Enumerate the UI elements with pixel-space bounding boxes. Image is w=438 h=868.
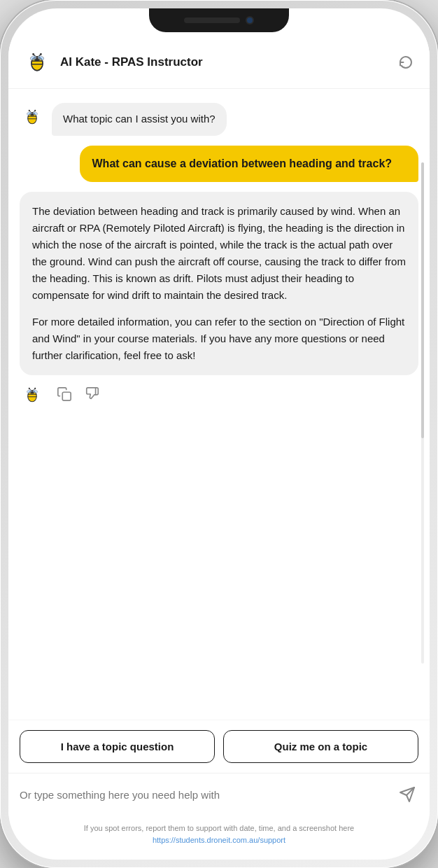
chat-title: AI Kate - RPAS Instructor [60,55,388,69]
topic-question-button[interactable]: I have a topic question [20,730,215,763]
bee-logo-icon [24,50,50,75]
input-area [8,773,430,816]
bot-avatar-1 [20,104,45,130]
svg-point-30 [34,387,36,388]
svg-point-19 [29,110,30,111]
bot-response-bubble: The deviation between heading and track … [20,192,418,375]
footer-note: If you spot errors, report them to suppo… [8,816,430,860]
svg-point-10 [40,53,42,55]
chat-header: AI Kate - RPAS Instructor [8,36,430,89]
svg-point-29 [29,387,30,388]
user-bubble-1: What can cause a deviation between headi… [80,146,419,182]
feedback-icons [52,382,102,407]
bot-avatar-2 [20,382,45,407]
footer-link[interactable]: https://students.droneit.com.au/support [153,836,285,844]
bot-message-2: The deviation between heading and track … [20,192,418,375]
phone-frame: AI Kate - RPAS Instructor [0,0,438,868]
bee-avatar-2-icon [22,385,42,405]
quiz-me-button[interactable]: Quiz me on a topic [223,730,418,763]
bot-bubble-1: What topic can I assist you with? [52,103,227,136]
bot-response-para-2: For more detailed information, you can r… [32,314,406,364]
notch-speaker [184,18,240,23]
refresh-button[interactable] [396,52,416,72]
thumbs-down-icon[interactable] [83,384,102,404]
send-button[interactable] [396,783,418,806]
message-input[interactable] [20,789,388,801]
scrollbar-thumb[interactable] [421,162,424,438]
svg-point-9 [32,53,34,55]
bot-response-para-1: The deviation between heading and track … [32,203,406,304]
bee-avatar-icon [22,107,42,127]
phone-screen: AI Kate - RPAS Instructor [8,8,430,860]
phone-notch [149,8,289,32]
user-message-1: What can cause a deviation between headi… [20,146,418,182]
app-content: AI Kate - RPAS Instructor [8,8,430,860]
bot-message-1: What topic can I assist you with? [20,103,418,136]
bot-avatar-header [22,48,52,77]
copy-icon[interactable] [55,384,74,404]
chat-messages: What topic can I assist you with? What c… [8,89,430,720]
scrollbar-track [421,162,424,664]
quick-actions-bar: I have a topic question Quiz me on a top… [8,720,430,773]
notch-camera [246,16,254,24]
feedback-row-container [20,381,418,407]
svg-point-20 [34,110,36,111]
footer-text: If you spot errors, report them to suppo… [84,824,354,832]
svg-rect-31 [62,392,71,400]
